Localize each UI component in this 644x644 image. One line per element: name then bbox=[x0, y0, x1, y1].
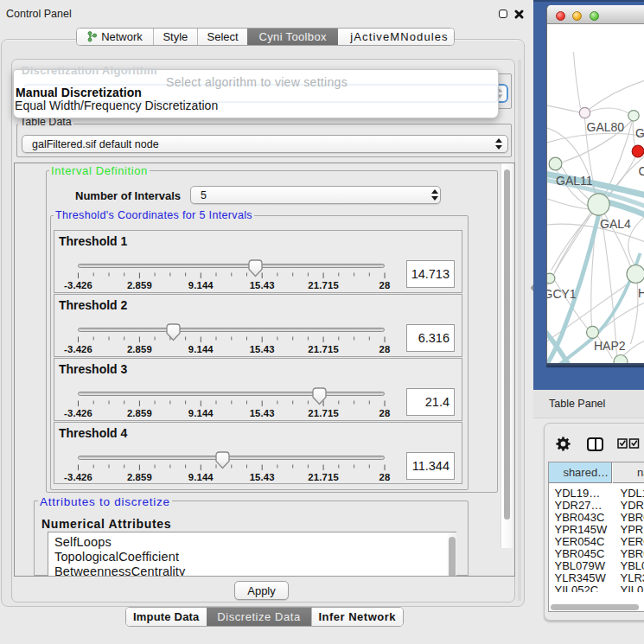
svg-text:HAP2: HAP2 bbox=[594, 339, 626, 353]
svg-text:GAL11: GAL11 bbox=[556, 174, 593, 188]
svg-text:GCY1: GCY1 bbox=[547, 287, 577, 301]
svg-text:C: C bbox=[638, 164, 644, 178]
svg-text:GAL4: GAL4 bbox=[600, 217, 631, 231]
svg-text:GA: GA bbox=[635, 126, 644, 140]
svg-text:H: H bbox=[638, 286, 644, 300]
svg-text:GAL80: GAL80 bbox=[586, 120, 624, 134]
